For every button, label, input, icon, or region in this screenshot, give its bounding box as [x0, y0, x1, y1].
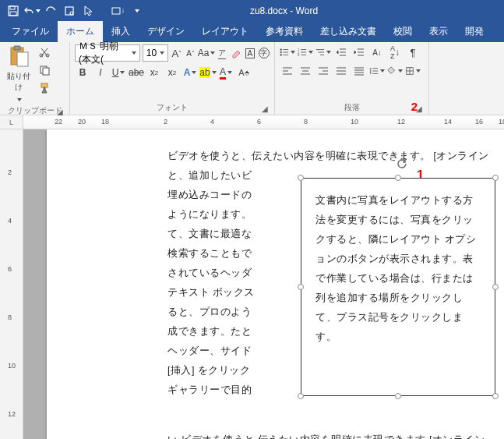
svg-rect-5: [112, 8, 120, 14]
ruler-tick: 18: [101, 118, 109, 126]
annotation-2: 2: [411, 100, 418, 113]
ruler-tick: 18: [499, 118, 504, 126]
svg-text:3: 3: [298, 53, 300, 57]
font-launcher-icon[interactable]: ◢: [260, 104, 270, 114]
tab-layout[interactable]: レイアウト: [193, 21, 257, 42]
svg-rect-1: [10, 6, 15, 9]
char-shading-icon[interactable]: A⬘: [236, 65, 252, 80]
svg-rect-7: [14, 46, 20, 50]
svg-point-18: [280, 55, 282, 56]
clear-formatting-icon[interactable]: [231, 45, 242, 61]
tab-references[interactable]: 参考資料: [257, 21, 312, 42]
selection-handle[interactable]: [298, 175, 304, 181]
decrease-indent-icon[interactable]: [333, 44, 349, 60]
selection-handle[interactable]: [492, 393, 499, 399]
group-font-label: フォント: [157, 103, 188, 112]
ruler-corner: L: [0, 115, 23, 129]
ruler-tick: 4: [210, 118, 214, 126]
line-spacing-icon[interactable]: [369, 63, 385, 79]
selection-handle[interactable]: [298, 393, 304, 399]
show-marks-icon[interactable]: ¶: [405, 44, 421, 60]
tab-review[interactable]: 校閲: [385, 21, 421, 42]
text-effects-icon[interactable]: A: [182, 65, 198, 80]
quick-access-toolbar: ↓: [0, 2, 150, 19]
shrink-font-icon[interactable]: A˅: [185, 45, 196, 61]
ruler-tick: 16: [475, 118, 483, 126]
group-paragraph-label: 段落: [344, 103, 360, 112]
qat-customize-icon[interactable]: [128, 2, 145, 19]
multilevel-icon[interactable]: [315, 44, 331, 60]
selection-handle[interactable]: [298, 284, 304, 290]
selection-handle[interactable]: [395, 393, 401, 399]
ribbon-tabs: ファイル ホーム 挿入 デザイン レイアウト 参考資料 差し込み文書 校閲 表示…: [0, 22, 504, 42]
ruler-tick: 10: [8, 362, 16, 370]
svg-rect-12: [43, 68, 49, 75]
ruler-tick: 20: [78, 118, 86, 126]
sort-icon[interactable]: AZ↓: [387, 44, 403, 60]
italic-icon[interactable]: I: [93, 65, 108, 80]
ruler-tick: 6: [8, 265, 12, 273]
window-title: zu8.docx - Word: [150, 5, 418, 16]
undo-icon[interactable]: [23, 2, 41, 19]
superscript-icon[interactable]: x2: [164, 65, 180, 80]
align-left-icon[interactable]: [280, 63, 295, 79]
paper[interactable]: ビデオを使うと、伝えたい内容を明確に表現できます。 [オンラインと、追加したいビ…: [47, 129, 504, 439]
text-box[interactable]: 文書内に写真をレイアウトする方法を変更するには、写真をクリックすると、隣にレイア…: [301, 178, 495, 396]
tab-developer[interactable]: 開発: [456, 21, 492, 42]
cut-icon[interactable]: [36, 44, 53, 60]
svg-point-16: [280, 51, 282, 53]
ruler-tick: 8: [304, 118, 308, 126]
svg-rect-3: [65, 7, 73, 15]
distributed-icon[interactable]: [351, 63, 367, 79]
save-icon[interactable]: [5, 2, 22, 19]
vertical-ruler[interactable]: 24681012: [0, 129, 23, 439]
shading-icon[interactable]: [387, 63, 403, 79]
char-border-icon[interactable]: A: [245, 45, 256, 61]
paste-button[interactable]: 貼り付け: [5, 44, 33, 104]
print-preview-icon[interactable]: [61, 2, 78, 19]
subscript-icon[interactable]: x2: [146, 65, 162, 80]
tab-insert[interactable]: 挿入: [103, 21, 139, 42]
enclose-char-icon[interactable]: 字: [258, 45, 270, 61]
selection-handle[interactable]: [395, 175, 401, 181]
borders-icon[interactable]: [405, 63, 421, 79]
ruler-tick: 8: [8, 313, 12, 321]
selection-handle[interactable]: [492, 175, 499, 181]
align-right-icon[interactable]: [315, 63, 331, 79]
tab-design[interactable]: デザイン: [139, 21, 193, 42]
bold-icon[interactable]: B: [75, 65, 90, 80]
object-icon[interactable]: ↓: [109, 2, 126, 19]
svg-rect-8: [17, 52, 28, 66]
cursor-icon[interactable]: [79, 2, 97, 19]
tab-home[interactable]: ホーム: [58, 21, 103, 42]
tab-file[interactable]: ファイル: [3, 21, 58, 42]
align-center-icon[interactable]: [298, 63, 313, 79]
rotation-handle-icon[interactable]: [395, 157, 409, 171]
numbering-icon[interactable]: 123: [298, 44, 313, 60]
font-name-select[interactable]: ＭＳ 明朝 (本文(: [75, 44, 140, 62]
body-text[interactable]: ビデオを使うと、伝えたい内容を明確に表現できます。 [オンラインと、追加したいビ…: [167, 147, 292, 400]
font-size-select[interactable]: 10: [143, 44, 169, 62]
tab-view[interactable]: 表示: [421, 21, 456, 42]
grow-font-icon[interactable]: A˄: [171, 45, 182, 61]
font-color-icon[interactable]: A: [218, 65, 234, 80]
strike-icon[interactable]: abe: [129, 65, 144, 80]
change-case-icon[interactable]: Aa: [199, 45, 214, 61]
ruler-tick: 14: [444, 118, 452, 126]
increase-indent-icon[interactable]: [351, 44, 367, 60]
svg-point-4: [70, 12, 73, 15]
ruler-tick: 4: [8, 217, 12, 225]
text-direction-icon[interactable]: A↓: [369, 44, 385, 60]
horizontal-ruler[interactable]: L 22201824681012141618: [0, 115, 504, 129]
selection-handle[interactable]: [492, 284, 499, 290]
bullets-icon[interactable]: [280, 44, 295, 60]
highlight-icon[interactable]: ab: [200, 65, 216, 80]
copy-icon[interactable]: [36, 62, 53, 78]
justify-icon[interactable]: [333, 63, 349, 79]
format-painter-icon[interactable]: [36, 80, 53, 96]
underline-icon[interactable]: U: [111, 65, 126, 80]
redo-icon[interactable]: [42, 2, 59, 19]
bottom-text[interactable]: い ビデオを使うと 伝えたい内容を明確に表現できます [オンライン: [167, 430, 504, 439]
tab-mailings[interactable]: 差し込み文書: [312, 21, 385, 42]
phonetic-guide-icon[interactable]: ア: [217, 45, 228, 61]
